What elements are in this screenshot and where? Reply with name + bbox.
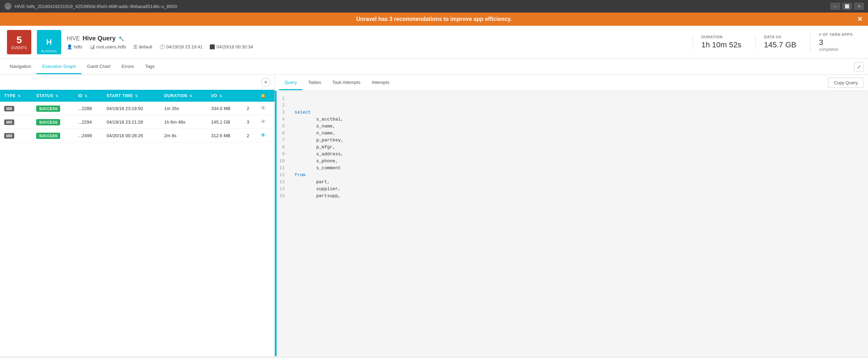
queue-meta: 📊 root.users.hdfs xyxy=(89,44,126,49)
cell-count: 2 xyxy=(242,102,256,115)
cell-io: 312.6 MB xyxy=(207,129,243,142)
col-status[interactable]: STATUS ⇅ xyxy=(32,90,74,102)
code-content: select s_acctbal, s_name, n_name, p_part… xyxy=(289,91,868,356)
cell-io: 145.1 GB xyxy=(207,115,243,129)
cell-eye[interactable]: 👁 xyxy=(256,115,274,129)
cell-count: 2 xyxy=(242,129,256,142)
title-bar-text: HIVE hdfs_20180419231919_4253950d-85e0-4… xyxy=(15,4,830,9)
cell-type: MR xyxy=(0,102,32,115)
svg-text:U: U xyxy=(7,5,9,8)
user-meta: 👤 hdfs xyxy=(67,44,82,49)
cell-io: 334.0 MB xyxy=(207,102,243,115)
right-panel: Query Tables Task Attempts Attempts Copy… xyxy=(275,75,868,356)
tab-navigation[interactable]: Navigation xyxy=(4,60,37,74)
app-title: HIVE Hive Query 🔧 xyxy=(67,35,687,42)
tab-tags[interactable]: Tags xyxy=(140,60,160,74)
title-bar-controls: — ⬜ ✕ xyxy=(830,3,864,10)
title-bar: U HIVE hdfs_20180419231919_4253950d-85e0… xyxy=(0,0,868,13)
app-meta: 👤 hdfs 📊 root.users.hdfs ☰ default 🕐 04/… xyxy=(67,44,687,49)
add-column-button[interactable]: + xyxy=(261,78,270,87)
tab-execution-graph[interactable]: Execution Graph xyxy=(37,60,81,74)
code-lines: 123456789101112131415 select s_acctbal, … xyxy=(277,91,868,356)
right-tab-tables[interactable]: Tables xyxy=(302,76,327,90)
yarn-apps-label: # OF YARN APPS xyxy=(819,32,853,37)
cell-eye[interactable]: 👁 xyxy=(256,102,274,115)
app-header: 5 EVENTS H RUNNING HIVE Hive Query 🔧 👤 h… xyxy=(0,26,868,59)
execution-table: TYPE ⇅ STATUS ⇅ ID ⇅ START TIME ⇅ DURATI… xyxy=(0,90,274,142)
running-letter: H xyxy=(46,38,52,47)
cell-start-time: 04/20/18 00:28:26 xyxy=(102,129,160,142)
cell-eye[interactable]: 👁 xyxy=(256,129,274,142)
running-label: RUNNING xyxy=(41,49,57,53)
cell-id: ...2294 xyxy=(74,115,102,129)
start-time-value: 04/19/18 23:19:41 xyxy=(166,44,203,49)
app-logo: U xyxy=(4,2,12,10)
main-content: + TYPE ⇅ STATUS ⇅ ID ⇅ START TIME ⇅ DURA… xyxy=(0,75,868,356)
yarn-apps-stat: # OF YARN APPS 3 completed xyxy=(810,32,861,52)
user-value: hdfs xyxy=(74,44,82,49)
app-name: Hive Query xyxy=(82,35,116,42)
cell-duration: 1h 6m 48s xyxy=(160,115,207,129)
right-tab-query[interactable]: Query xyxy=(279,76,302,90)
copy-query-button[interactable]: Copy Query xyxy=(828,78,864,88)
tab-errors[interactable]: Errors xyxy=(116,60,139,74)
banner-close-button[interactable]: ✕ xyxy=(857,15,862,23)
cell-status: SUCCESS xyxy=(32,115,74,129)
yarn-apps-sub: completed xyxy=(819,47,853,52)
stop-icon: ⬛ xyxy=(209,44,215,49)
events-count: 5 xyxy=(16,34,22,46)
tab-gantt-chart[interactable]: Gantt Chart xyxy=(81,60,116,74)
cell-id: ...2499 xyxy=(74,129,102,142)
code-view: 123456789101112131415 select s_acctbal, … xyxy=(275,91,868,356)
right-tab-task-attempts[interactable]: Task Attempts xyxy=(327,76,366,90)
col-type[interactable]: TYPE ⇅ xyxy=(0,90,32,102)
col-io[interactable]: I/O ⇅ xyxy=(207,90,243,102)
end-time-value: 04/20/18 00:30:34 xyxy=(216,44,253,49)
table-row[interactable]: MR SUCCESS ...2294 04/19/18 23:21:28 1h … xyxy=(0,115,274,129)
duration-stat: DURATION 1h 10m 52s xyxy=(693,35,750,49)
cell-start-time: 04/19/18 23:21:28 xyxy=(102,115,160,129)
cell-duration: 2m 8s xyxy=(160,129,207,142)
col-duration[interactable]: DURATION ⇅ xyxy=(160,90,207,102)
cell-status: SUCCESS xyxy=(32,129,74,142)
start-time-meta: 🕐 04/19/18 23:19:41 xyxy=(159,44,203,49)
cell-start-time: 04/19/18 23:19:50 xyxy=(102,102,160,115)
data-io-label: DATA I/O xyxy=(764,35,796,39)
running-badge: H RUNNING xyxy=(37,30,61,54)
expand-button[interactable]: ⤢ xyxy=(854,62,864,72)
cell-duration: 1m 35s xyxy=(160,102,207,115)
banner-text: Unravel has 3 recommendations to improve… xyxy=(356,16,512,22)
clock-icon: 🕐 xyxy=(159,44,165,49)
namespace-meta: ☰ default xyxy=(133,44,152,49)
events-label: EVENTS xyxy=(11,46,27,50)
data-io-value: 145.7 GB xyxy=(764,40,796,49)
col-eye: 🔔 xyxy=(256,90,274,102)
window-close-button[interactable]: ✕ xyxy=(854,3,864,10)
cell-type: MR xyxy=(0,115,32,129)
duration-label: DURATION xyxy=(701,35,741,39)
cell-type: MR xyxy=(0,129,32,142)
col-count xyxy=(242,90,256,102)
wrench-icon: 🔧 xyxy=(118,36,124,41)
right-tab-attempts[interactable]: Attempts xyxy=(366,76,395,90)
window-maximize-button[interactable]: ⬜ xyxy=(842,3,852,10)
app-info: HIVE Hive Query 🔧 👤 hdfs 📊 root.users.hd… xyxy=(67,35,687,49)
table-toolbar: + xyxy=(0,75,274,90)
namespace-icon: ☰ xyxy=(133,44,137,49)
cell-id: ...2288 xyxy=(74,102,102,115)
end-time-meta: ⬛ 04/20/18 00:30:34 xyxy=(209,44,253,49)
left-tabs-bar: Navigation Execution Graph Gantt Chart E… xyxy=(0,59,868,75)
table-row[interactable]: MR SUCCESS ...2499 04/20/18 00:28:26 2m … xyxy=(0,129,274,142)
recommendation-banner: Unravel has 3 recommendations to improve… xyxy=(0,13,868,26)
line-numbers: 123456789101112131415 xyxy=(277,91,289,356)
table-row[interactable]: MR SUCCESS ...2288 04/19/18 23:19:50 1m … xyxy=(0,102,274,115)
queue-value: root.users.hdfs xyxy=(96,44,126,49)
col-id[interactable]: ID ⇅ xyxy=(74,90,102,102)
namespace-value: default xyxy=(139,44,152,49)
col-start-time[interactable]: START TIME ⇅ xyxy=(102,90,160,102)
cell-count: 3 xyxy=(242,115,256,129)
window-minimize-button[interactable]: — xyxy=(830,3,840,10)
duration-value: 1h 10m 52s xyxy=(701,40,741,49)
data-io-stat: DATA I/O 145.7 GB xyxy=(755,35,805,49)
events-badge: 5 EVENTS xyxy=(7,30,31,54)
